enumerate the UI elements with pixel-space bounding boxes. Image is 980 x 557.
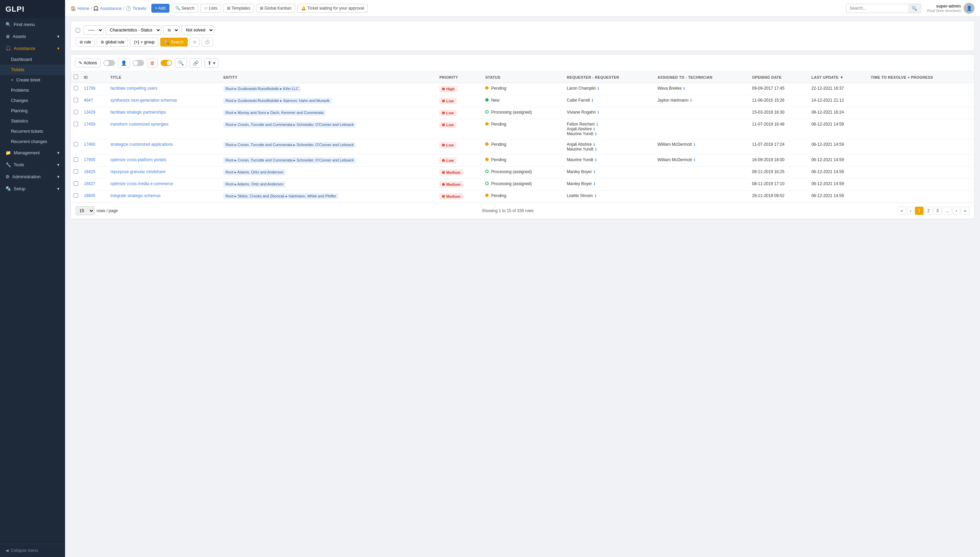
sidebar-sub-statistics[interactable]: Statistics [0,116,65,126]
row-checkbox[interactable] [74,98,78,102]
sidebar-sub-dashboard[interactable]: Dashboard [0,54,65,65]
admin-arrow: ▾ [57,174,60,179]
sidebar-sub-create-ticket[interactable]: + Create ticket [0,75,65,85]
ticket-title-link[interactable]: optimize cross-platform portals [110,157,166,162]
star-button[interactable]: ☆ [190,37,199,47]
sidebar-sub-recurrent-tickets[interactable]: Recurrent tickets [0,126,65,137]
row-checkbox[interactable] [74,157,78,162]
sidebar-item-setup[interactable]: 🔩 Setup ▾ [0,183,65,195]
last-page-btn[interactable]: » [961,207,969,215]
ticket-title-link[interactable]: optimize cross-media e-commerce [110,181,173,186]
row-checkbox[interactable] [74,110,78,114]
sidebar-item-assistance[interactable]: 🎧 Assistance ▾ [0,42,65,54]
search-submit[interactable]: 🔍 [908,4,921,13]
sidebar-item-administration[interactable]: ⚙ Administration ▾ [0,171,65,183]
filter-condition-select[interactable]: ----- [83,25,103,35]
toggle-2[interactable] [132,60,144,66]
actions-button[interactable]: ✎ Actions [75,59,101,67]
toggle-track-2[interactable] [132,60,144,66]
row-checkbox[interactable] [74,181,78,186]
rule-button[interactable]: ⊘ rule [76,37,95,47]
search-icon-btn[interactable]: 🔍 [175,58,187,68]
cell-opening-date: 29-11-2019 09:52 [749,191,808,202]
col-entity: ENTITY [220,72,436,83]
col-time-to-resolve: TIME TO RESOLVE + PROGRESS [868,72,974,83]
sidebar-sub-tickets[interactable]: Tickets [0,65,65,75]
sidebar-item-management[interactable]: 📁 Management ▾ [0,147,65,159]
search-input[interactable] [846,4,908,12]
filter-checkbox[interactable] [76,28,80,33]
ticket-title-link[interactable]: synthesize next-generation schemas [110,98,177,103]
group-button[interactable]: {+} + group [130,37,158,47]
collapse-menu[interactable]: ◀ Collapse menu [0,544,65,557]
first-page-btn[interactable]: « [898,207,906,215]
person-link-icon-btn[interactable]: 👤 [118,58,130,68]
lists-button[interactable]: ☆ Lists [200,4,221,13]
toggle-track-1[interactable] [103,60,115,66]
cell-last-update: 06-12-2021 14:59 [809,167,868,179]
sidebar-sub-recurrent-changes[interactable]: Recurrent changes [0,137,65,147]
breadcrumb-tickets[interactable]: Tickets [132,6,147,11]
row-checkbox[interactable] [74,86,78,90]
find-menu-label: Find menu [14,22,34,27]
pagination-right: « ‹ 1 2 3 ... › » [898,207,969,215]
prev-page-btn[interactable]: ‹ [907,207,914,215]
statistics-label: Statistics [11,119,28,124]
ticket-title-link[interactable]: integrate strategic schemas [110,193,161,198]
page-3-btn[interactable]: 3 [933,207,942,215]
link-icon-btn[interactable]: 🔗 [190,58,202,68]
row-checkbox[interactable] [74,122,78,126]
clock-button[interactable]: 🕐 [202,37,213,47]
export-icon-btn[interactable]: ⬆ ▾ [204,58,219,68]
rows-per-page-select[interactable]: 15 25 50 100 [76,206,95,215]
table-toolbar: ✎ Actions 👤 🗑 [71,55,974,72]
ticket-title-link[interactable]: facilitate strategic partnerships [110,110,166,115]
filter-field-select[interactable]: Characteristics - Status [105,25,161,35]
page-1-btn[interactable]: 1 [915,207,923,215]
filter-operator-select[interactable]: is [163,25,180,35]
topbar: 🏠 Home / 🎧 Assistance / 🕐 Tickets + Add … [65,0,980,17]
ticket-waiting-button[interactable]: 🔔 Ticket waiting for your approval [297,4,368,13]
table-header-row: ID TITLE ENTITY PRIORITY STATUS REQUESTE… [71,72,974,83]
next-page-btn[interactable]: › [952,207,960,215]
cell-entity: Root ▸ Cronin, Turcotte and Cummerata ▸ … [220,119,436,139]
app-logo: GLPI [5,5,24,14]
page-2-btn[interactable]: 2 [924,207,933,215]
search-button[interactable]: 🔍 Search [172,4,198,13]
sidebar-sub-problems[interactable]: Problems [0,85,65,96]
ticket-title-link[interactable]: transform customized synergies [110,122,168,127]
sidebar-sub-planning[interactable]: Planning [0,106,65,116]
setup-arrow: ▾ [57,186,60,191]
sidebar-find-menu[interactable]: 🔍 Find menu [0,18,65,31]
sidebar-item-tools[interactable]: 🔧 Tools ▾ [0,159,65,171]
toggle-track-3[interactable] [161,60,172,66]
select-all-checkbox[interactable] [74,75,78,79]
row-checkbox[interactable] [74,193,78,198]
filter-search-button[interactable]: 🔍 Search [160,37,187,47]
row-checkbox[interactable] [74,169,78,174]
filter-value-select[interactable]: Not solved [181,25,214,35]
assets-icon: 🖥 [5,34,10,39]
logo-area: GLPI [0,0,65,18]
delete-icon-btn[interactable]: 🗑 [147,58,158,68]
sidebar-item-assets[interactable]: 🖥 Assets ▾ [0,31,65,42]
breadcrumb-home[interactable]: Home [77,6,89,11]
global-kanban-button[interactable]: ⊞ Global Kanban [256,4,296,13]
templates-button[interactable]: ⊞ Templates [223,4,254,13]
ticket-title-link[interactable]: repurpose granular mindshare [110,169,165,174]
sidebar-sub-changes[interactable]: Changes [0,96,65,106]
toggle-1[interactable] [103,60,115,66]
toggle-3[interactable] [161,60,172,66]
entity-badge: Root ▸ Skiles, Crooks and Zboncak ▸ Hart… [223,193,338,199]
row-checkbox[interactable] [74,142,78,147]
assistance-arrow: ▾ [57,46,60,51]
ticket-title-link[interactable]: strategize customized applications [110,142,173,147]
ticket-title-link[interactable]: facilitate compelling users [110,86,157,91]
breadcrumb-assistance[interactable]: Assistance [100,6,122,11]
col-priority: PRIORITY [436,72,482,83]
add-button[interactable]: + Add [151,4,170,13]
pagination-info: Showing 1 to 15 of 339 rows [482,208,534,213]
cell-opening-date: 16-09-2019 18:00 [749,155,808,167]
user-area: super-admin Root (tree structure) 👤 [927,3,975,14]
global-rule-button[interactable]: ⊘ global rule [97,37,128,47]
